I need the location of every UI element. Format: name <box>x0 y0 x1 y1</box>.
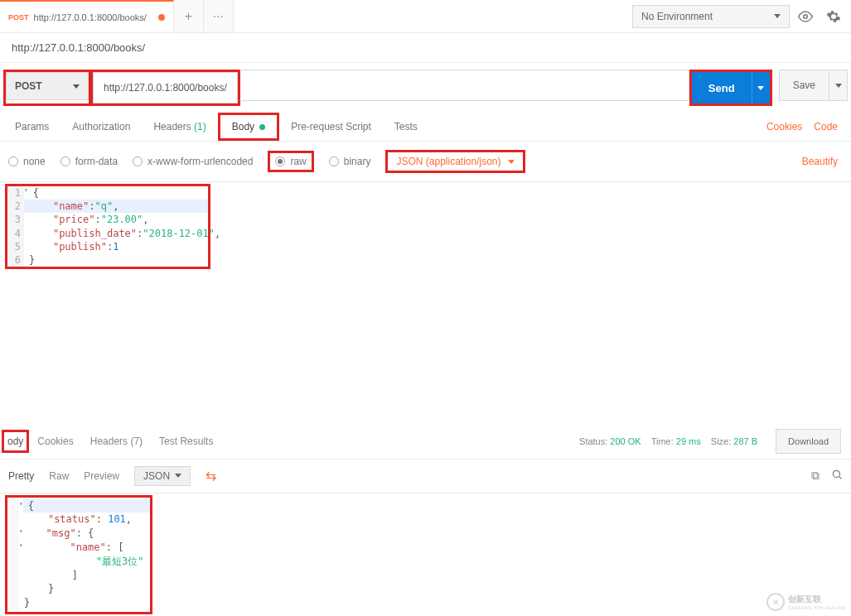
body-binary-radio[interactable]: binary <box>329 156 371 167</box>
response-format-select[interactable]: JSON <box>134 466 191 486</box>
gear-icon[interactable] <box>821 5 846 28</box>
time-value: 29 ms <box>676 436 701 446</box>
eye-icon[interactable] <box>793 5 818 28</box>
response-body-viewer[interactable]: ▾{ "status": 101, ▾ "msg": { ▾ "name": [… <box>7 498 150 612</box>
caret-down-icon <box>508 160 515 164</box>
content-type-select[interactable]: JSON (application/json) <box>388 152 522 171</box>
radio-icon <box>329 156 339 166</box>
request-body-editor[interactable]: 1▾{ 2 "name":"q", 3 "price":"23.00", 4 "… <box>7 186 208 267</box>
code-link[interactable]: Code <box>814 121 838 132</box>
send-button[interactable]: Send <box>692 72 752 103</box>
caret-down-icon <box>757 86 764 90</box>
request-tab[interactable]: POST http://127.0.0.1:8000/books/ <box>0 0 174 32</box>
svg-point-1 <box>833 470 839 477</box>
content-type-label: JSON (application/json) <box>396 156 500 167</box>
caret-down-icon <box>73 84 80 89</box>
tab-method-label: POST <box>8 13 29 22</box>
url-input[interactable]: http://127.0.0.1:8000/books/ <box>93 72 238 103</box>
unsaved-dot-icon <box>158 14 165 21</box>
view-pretty[interactable]: Pretty <box>8 470 34 482</box>
caret-down-icon <box>175 474 181 478</box>
radio-icon <box>60 156 70 166</box>
body-raw-radio[interactable]: raw <box>275 156 306 167</box>
environment-label: No Environment <box>641 11 713 22</box>
view-preview[interactable]: Preview <box>84 470 119 482</box>
response-tab-cookies[interactable]: Cookies <box>29 429 81 454</box>
download-button[interactable]: Download <box>776 429 841 454</box>
tab-prerequest[interactable]: Pre-request Script <box>279 113 383 141</box>
status-value: 200 OK <box>610 436 641 446</box>
save-options-button[interactable] <box>829 70 848 101</box>
tab-headers-label: Headers <box>153 121 191 132</box>
tab-params[interactable]: Params <box>3 113 60 141</box>
wrap-lines-icon[interactable]: ⇆ <box>205 468 216 484</box>
send-options-button[interactable] <box>752 72 770 103</box>
body-none-radio[interactable]: none <box>8 156 46 167</box>
beautify-link[interactable]: Beautify <box>802 156 843 167</box>
radio-checked-icon <box>275 156 285 166</box>
environment-select[interactable]: No Environment <box>632 5 790 28</box>
size-value: 287 B <box>733 436 757 446</box>
watermark-logo-icon: ✕ <box>766 593 785 611</box>
cookies-link[interactable]: Cookies <box>766 121 802 132</box>
radio-icon <box>8 156 18 166</box>
tab-body-label: Body <box>232 121 254 132</box>
search-icon[interactable] <box>831 469 843 483</box>
copy-icon[interactable]: ⧉ <box>811 469 820 483</box>
tab-authorization[interactable]: Authorization <box>60 113 142 141</box>
watermark: ✕ 创新互联 CHUANG XIN HULIAN <box>766 593 846 611</box>
response-tab-body[interactable]: ody <box>2 430 29 453</box>
body-urlencoded-radio[interactable]: x-www-form-urlencoded <box>133 156 253 167</box>
body-formdata-radio[interactable]: form-data <box>60 156 118 167</box>
tab-headers[interactable]: Headers (1) <box>142 113 217 141</box>
response-tab-headers[interactable]: Headers (7) <box>82 429 151 454</box>
save-button[interactable]: Save <box>779 70 829 101</box>
tab-title: http://127.0.0.1:8000/books/ <box>34 12 147 22</box>
caret-down-icon <box>835 84 842 88</box>
svg-point-0 <box>804 14 808 18</box>
tab-body[interactable]: Body <box>220 115 277 138</box>
method-value: POST <box>15 80 42 92</box>
tab-options-button[interactable]: ··· <box>204 0 234 32</box>
new-tab-button[interactable]: + <box>174 0 204 32</box>
body-present-dot-icon <box>259 124 265 130</box>
url-input-ext[interactable] <box>239 70 689 101</box>
view-raw[interactable]: Raw <box>49 470 69 482</box>
request-url-display: http://127.0.0.1:8000/books/ <box>0 33 851 63</box>
headers-count: (1) <box>194 121 206 132</box>
method-select[interactable]: POST <box>6 72 89 100</box>
svg-line-2 <box>839 476 841 479</box>
tab-tests[interactable]: Tests <box>383 113 429 141</box>
caret-down-icon <box>774 14 781 18</box>
response-headers-count: (7) <box>130 436 143 447</box>
response-tab-testresults[interactable]: Test Results <box>151 429 221 454</box>
radio-icon <box>133 156 143 166</box>
